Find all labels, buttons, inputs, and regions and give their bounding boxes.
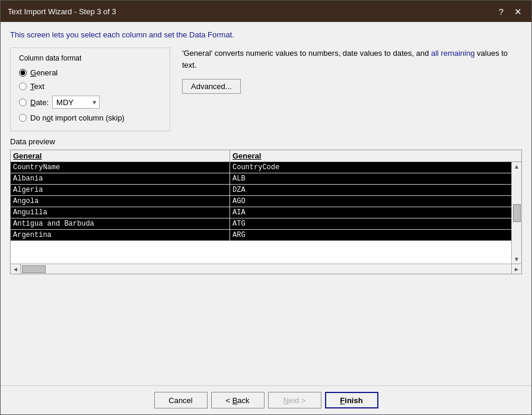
cell-col1: CountryName — [11, 162, 230, 173]
next-button[interactable]: Next > — [268, 392, 321, 408]
cell-col1: Albania — [11, 173, 230, 184]
right-panel: 'General' converts numeric values to num… — [182, 47, 522, 131]
vertical-scrollbar[interactable]: ▲ ▼ — [511, 162, 521, 264]
help-button[interactable]: ? — [496, 7, 506, 16]
table-row: Anguilla AIA — [11, 207, 511, 218]
finish-button[interactable]: Finish — [325, 392, 378, 408]
scroll-left-icon[interactable]: ◄ — [11, 264, 21, 274]
description-blue: all remaining — [431, 49, 475, 58]
preview-body: CountryName CountryCode Albania ALB Alge… — [11, 162, 521, 264]
next-underline: N — [283, 396, 289, 405]
cell-col2: ATG — [230, 218, 511, 229]
cell-col2: CountryCode — [230, 162, 511, 173]
table-row: Albania ALB — [11, 173, 511, 185]
back-underline: B — [232, 396, 238, 405]
cell-col2: DZA — [230, 185, 511, 195]
date-format-select[interactable]: MDY DMY YMD MYD DYM YDM — [52, 96, 100, 109]
radio-date-label[interactable]: Date: — [30, 98, 49, 107]
radio-text[interactable] — [19, 83, 27, 90]
cell-col1: Algeria — [11, 185, 230, 195]
table-row: Antigua and Barbuda ATG — [11, 218, 511, 230]
date-format-select-wrap: MDY DMY YMD MYD DYM YDM ▼ — [52, 96, 100, 109]
radio-general[interactable] — [19, 69, 27, 77]
scroll-thumb-v[interactable] — [513, 204, 521, 222]
column-format-panel: Column data format General Text — [10, 47, 170, 131]
table-row: CountryName CountryCode — [11, 162, 511, 173]
scroll-down-icon[interactable]: ▼ — [514, 256, 520, 262]
top-description: This screen lets you select each column … — [10, 30, 522, 39]
cell-col2: ALB — [230, 173, 511, 184]
radio-group: General Text Date: — [19, 68, 161, 122]
bottom-bar: Cancel < Back Next > Finish — [1, 385, 531, 414]
dialog-content: This screen lets you select each column … — [1, 22, 531, 385]
table-row: Angola AGO — [11, 196, 511, 207]
radio-item-skip: Do not import column (skip) — [19, 113, 161, 122]
radio-text-label[interactable]: Text — [30, 82, 44, 91]
scroll-thumb-h[interactable] — [22, 265, 46, 273]
finish-underline: F — [340, 396, 345, 405]
cell-col1: Anguilla — [11, 207, 230, 218]
radio-date[interactable] — [19, 99, 27, 106]
preview-scroll-area[interactable]: CountryName CountryCode Albania ALB Alge… — [11, 162, 511, 264]
date-underline: D — [30, 98, 36, 107]
general-underline: G — [30, 68, 36, 77]
description-part1: 'General' converts numeric values to num… — [182, 49, 431, 58]
cell-col1: Argentina — [11, 230, 230, 240]
dialog-title: Text Import Wizard - Step 3 of 3 — [8, 7, 116, 16]
preview-header-row: General General — [11, 150, 521, 162]
format-description: 'General' converts numeric values to num… — [182, 47, 522, 71]
radio-general-label[interactable]: General — [30, 68, 58, 77]
header-col2-text: General — [232, 151, 261, 160]
preview-header-col2: General — [230, 150, 521, 161]
radio-item-text: Text — [19, 82, 161, 91]
column-format-heading: Column data format — [19, 54, 161, 62]
radio-item-date: Date: MDY DMY YMD MYD DYM YDM ▼ — [19, 96, 161, 109]
dialog-window: Text Import Wizard - Step 3 of 3 ? ✕ Thi… — [0, 0, 532, 415]
preview-header-col1: General — [11, 150, 230, 161]
horizontal-scrollbar[interactable]: ◄ ► — [11, 264, 521, 274]
text-underline: T — [30, 82, 34, 91]
data-preview-section: Data preview General General — [10, 137, 522, 379]
advanced-button[interactable]: Advanced... — [182, 79, 241, 94]
radio-item-general: General — [19, 68, 161, 77]
scroll-right-icon[interactable]: ► — [511, 264, 521, 274]
cell-col2: AIA — [230, 207, 511, 218]
cell-col1: Antigua and Barbuda — [11, 218, 230, 229]
cell-col1: Angola — [11, 196, 230, 207]
preview-container: General General CountryName CountryCode — [10, 150, 522, 274]
back-button[interactable]: < Back — [211, 392, 265, 408]
header-col1-text: General — [13, 151, 42, 160]
h-scroll-track — [21, 264, 511, 274]
radio-skip[interactable] — [19, 114, 27, 122]
radio-skip-label[interactable]: Do not import column (skip) — [30, 113, 125, 122]
data-preview-label: Data preview — [10, 137, 522, 146]
cell-col2: ARG — [230, 230, 511, 240]
cell-col2: AGO — [230, 196, 511, 207]
cancel-button[interactable]: Cancel — [154, 392, 208, 408]
scroll-up-icon[interactable]: ▲ — [514, 163, 520, 170]
table-row: Algeria DZA — [11, 185, 511, 196]
main-area: Column data format General Text — [10, 47, 522, 131]
title-bar-controls: ? ✕ — [496, 7, 524, 16]
title-bar: Text Import Wizard - Step 3 of 3 ? ✕ — [1, 1, 531, 22]
table-row: Argentina ARG — [11, 230, 511, 241]
skip-underline: o — [46, 113, 50, 122]
close-button[interactable]: ✕ — [512, 7, 524, 16]
